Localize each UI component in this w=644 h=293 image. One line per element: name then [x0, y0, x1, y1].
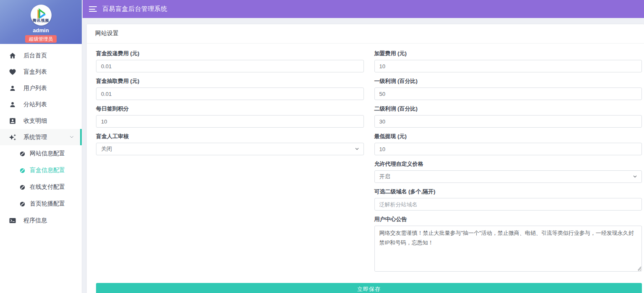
- main-area: 百易盲盒后台管理系统 网站设置 盲盒投递费用 (元)盲盒抽取费用 (元)每日签到…: [83, 0, 644, 293]
- form-field: 用户中心公告网络交友需谨慎！禁止大批量参与"抽一个"活动，禁止微商、电销、引流等…: [374, 216, 642, 272]
- config-circle-icon: [19, 167, 26, 174]
- text-input[interactable]: [96, 115, 364, 128]
- chevron-down-icon: [69, 134, 74, 141]
- select-value: 关闭: [101, 145, 112, 153]
- form-field: 最低提现 (元): [374, 133, 642, 155]
- avatar[interactable]: 腾讯视频: [31, 5, 52, 26]
- sidebar: 腾讯视频 admin 超级管理员 后台首页盲盒列表用户列表分站列表收支明细系统管…: [0, 0, 82, 293]
- sidebar-item-label: 用户列表: [23, 85, 47, 92]
- config-circle-icon: [19, 184, 26, 190]
- form-field: 允许代理自定义价格开启: [374, 161, 642, 183]
- form-field: 可选二级域名 (多个,隔开): [374, 188, 642, 211]
- sidebar-item-label: 盲盒列表: [23, 68, 47, 76]
- sidebar-subitem-label: 盲盒信息配置: [30, 167, 65, 174]
- role-badge: 超级管理员: [25, 35, 57, 43]
- sidebar-subitem[interactable]: 在线支付配置: [0, 179, 82, 195]
- sidebar-item[interactable]: 系统管理: [0, 129, 82, 145]
- form-column-left: 盲盒投递费用 (元)盲盒抽取费用 (元)每日签到积分盲盒人工审核关闭: [96, 50, 364, 161]
- sidebar-subitem-label: 网站信息配置: [30, 150, 65, 157]
- sidebar-item[interactable]: 盲盒列表: [0, 64, 82, 80]
- form-field: 盲盒投递费用 (元): [96, 50, 364, 72]
- text-input[interactable]: [374, 198, 642, 211]
- save-button[interactable]: 立即保存: [96, 283, 642, 293]
- text-input[interactable]: [374, 143, 642, 155]
- select-value: 开启: [379, 173, 390, 180]
- form-field: 一级利润 (百分比): [374, 78, 642, 100]
- text-input[interactable]: [96, 87, 364, 100]
- field-label: 加盟费用 (元): [374, 50, 642, 57]
- sidebar-item[interactable]: 后台首页: [0, 47, 82, 64]
- field-label: 可选二级域名 (多个,隔开): [374, 188, 642, 195]
- form-columns: 盲盒投递费用 (元)盲盒抽取费用 (元)每日签到积分盲盒人工审核关闭 加盟费用 …: [96, 50, 642, 277]
- hamburger-icon[interactable]: [89, 6, 97, 12]
- field-label: 盲盒投递费用 (元): [96, 50, 364, 57]
- field-label: 用户中心公告: [374, 216, 642, 222]
- card-title: 网站设置: [87, 24, 644, 44]
- sidebar-item-label: 程序信息: [23, 217, 47, 224]
- chevron-down-icon: [355, 146, 359, 152]
- sidebar-item[interactable]: 分站列表: [0, 96, 82, 113]
- field-label: 盲盒人工审核: [96, 133, 364, 139]
- select-control[interactable]: 开启: [374, 170, 642, 183]
- text-input[interactable]: [374, 60, 642, 72]
- sidebar-submenu: 网站信息配置盲盒信息配置在线支付配置首页轮播配置: [0, 145, 82, 212]
- field-label: 一级利润 (百分比): [374, 78, 642, 84]
- sidebar-item-label: 系统管理: [23, 134, 47, 141]
- sidebar-item-label: 分站列表: [23, 101, 47, 108]
- sidebar-item[interactable]: 收支明细: [0, 113, 82, 129]
- sidebar-item[interactable]: 程序信息: [0, 212, 82, 229]
- field-label: 盲盒抽取费用 (元): [96, 78, 364, 84]
- textarea-input[interactable]: 网络交友需谨慎！禁止大批量参与"抽一个"活动，禁止微商、电销、引流等类似行业参与…: [374, 226, 642, 272]
- user-icon: [9, 101, 16, 108]
- topbar: 百易盲盒后台管理系统: [83, 0, 644, 18]
- config-circle-icon: [19, 151, 26, 157]
- text-input[interactable]: [96, 60, 364, 72]
- field-label: 二级利润 (百分比): [374, 105, 642, 112]
- sidebar-item[interactable]: 用户列表: [0, 80, 82, 96]
- sparkles-icon: [9, 134, 16, 141]
- heart-icon: [9, 68, 16, 76]
- username: admin: [33, 27, 49, 33]
- form-field: 加盟费用 (元): [374, 50, 642, 72]
- sidebar-header: 腾讯视频 admin 超级管理员: [0, 0, 82, 44]
- field-label: 允许代理自定义价格: [374, 161, 642, 167]
- form-field: 盲盒抽取费用 (元): [96, 78, 364, 100]
- text-input[interactable]: [374, 87, 642, 100]
- sidebar-subitem-label: 首页轮播配置: [30, 200, 65, 208]
- form-field: 盲盒人工审核关闭: [96, 133, 364, 155]
- app-title: 百易盲盒后台管理系统: [102, 5, 167, 13]
- select-control[interactable]: 关闭: [96, 143, 364, 155]
- textarea-wrap: 网络交友需谨慎！禁止大批量参与"抽一个"活动，禁止微商、电销、引流等类似行业参与…: [374, 226, 642, 272]
- sidebar-subitem[interactable]: 盲盒信息配置: [0, 162, 82, 179]
- content-card: 网站设置 盲盒投递费用 (元)盲盒抽取费用 (元)每日签到积分盲盒人工审核关闭 …: [87, 24, 644, 293]
- sidebar-subitem-label: 在线支付配置: [30, 183, 65, 191]
- sidebar-subitem[interactable]: 首页轮播配置: [0, 195, 82, 212]
- sidebar-subitem[interactable]: 网站信息配置: [0, 145, 82, 162]
- avatar-brand-text: 腾讯视频: [31, 18, 52, 23]
- field-label: 最低提现 (元): [374, 133, 642, 139]
- text-input[interactable]: [374, 115, 642, 128]
- card-body: 盲盒投递费用 (元)盲盒抽取费用 (元)每日签到积分盲盒人工审核关闭 加盟费用 …: [87, 44, 644, 293]
- terminal-icon: [9, 217, 16, 224]
- user-icon: [9, 85, 16, 92]
- sidebar-item-label: 后台首页: [23, 52, 47, 59]
- sidebar-item-label: 收支明细: [23, 117, 47, 125]
- ledger-icon: [9, 117, 16, 125]
- home-icon: [9, 52, 16, 59]
- field-label: 每日签到积分: [96, 105, 364, 112]
- config-circle-icon: [19, 201, 26, 207]
- form-field: 每日签到积分: [96, 105, 364, 128]
- sidebar-menu: 后台首页盲盒列表用户列表分站列表收支明细系统管理网站信息配置盲盒信息配置在线支付…: [0, 44, 82, 229]
- chevron-down-icon: [633, 174, 637, 180]
- form-column-right: 加盟费用 (元)一级利润 (百分比)二级利润 (百分比)最低提现 (元)允许代理…: [374, 50, 642, 277]
- form-field: 二级利润 (百分比): [374, 105, 642, 128]
